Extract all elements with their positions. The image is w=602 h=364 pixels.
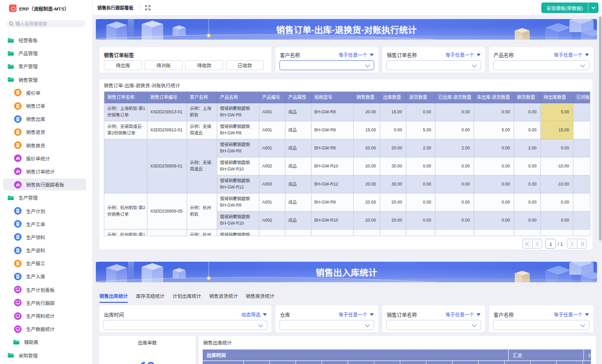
sidebar-item-销售订单[interactable]: 销售订单 xyxy=(0,99,92,112)
tag-button-已收款[interactable]: 已收款 xyxy=(226,60,264,70)
spec-cell: BH-GW-R10 xyxy=(311,157,353,175)
table-row[interactable]: 示例：杭州帆软-第2份销售订单XSDD230809-05示例：杭州帆软镀锡铜覆钢… xyxy=(104,193,590,211)
reconciled-cell xyxy=(573,175,590,193)
sidebar-item-生产工单[interactable]: 生产工单 xyxy=(0,218,92,231)
sidebar-item-生产用料统计[interactable]: 生产用料统计 xyxy=(0,309,92,322)
qty-cell: 0.00 xyxy=(514,175,540,193)
page-number-input[interactable]: 1 xyxy=(545,239,556,249)
tab-库存冻结统计[interactable]: 库存冻结统计 xyxy=(136,288,165,303)
document-icon xyxy=(14,233,22,241)
sidebar-item-生产计划看板[interactable]: 生产计划看板 xyxy=(0,283,92,296)
next-page-button[interactable] xyxy=(567,239,577,248)
search-placeholder: 输入名称来搜索 xyxy=(16,21,47,27)
filter-operator[interactable]: 等于任意一个 xyxy=(445,51,481,58)
sidebar-item-销售退货[interactable]: 销售退货 xyxy=(0,125,92,138)
caret-down-icon xyxy=(370,54,374,56)
filter-operator[interactable]: 等于任意一个 xyxy=(339,311,374,318)
tag-button-待收款[interactable]: 待收款 xyxy=(185,60,223,70)
filter-select[interactable] xyxy=(279,320,374,330)
sidebar-item-生产领料[interactable]: 生产领料 xyxy=(0,231,92,244)
sidebar-item-产品管理[interactable]: 产品管理 xyxy=(0,47,92,60)
tab-计划出库统计[interactable]: 计划出库统计 xyxy=(173,288,201,303)
section1-banner-title: 销售订单-出库-退换货-对账执行统计 xyxy=(96,19,597,40)
filter-select[interactable] xyxy=(279,60,374,70)
bottom-subheader-cell xyxy=(400,361,426,364)
table-row[interactable]: 示例：杭州帆软-第1份销售订单XSDD230809-04示例：杭州帆软镀锡铜覆钢… xyxy=(104,229,590,236)
tab-销售换货统计[interactable]: 销售换货统计 xyxy=(246,288,274,303)
sidebar-item-经营看板[interactable]: 经营看板 xyxy=(0,34,92,47)
qty-cell: 0.00 xyxy=(435,175,474,193)
last-page-button[interactable] xyxy=(577,239,586,248)
sidebar-item-生产数据统计[interactable]: 生产数据统计 xyxy=(0,322,92,335)
qty-cell: 0.00 xyxy=(514,211,540,229)
filter-operator[interactable]: 等于任意一个 xyxy=(339,51,374,58)
wait-outbound-cell: 15.00 xyxy=(540,121,573,139)
table-row[interactable]: 示例：上海帆软-第1份销售订单XSDD230913-01示例：上海帆软镀锡铜覆钢… xyxy=(104,103,590,121)
sidebar-item-生产计划[interactable]: 生产计划 xyxy=(0,204,92,217)
sidebar-item-销售管理[interactable]: 销售管理 xyxy=(0,73,92,86)
chevron-down-icon xyxy=(580,63,585,68)
first-page-button[interactable] xyxy=(523,239,532,248)
column-header: 销售数量 xyxy=(353,92,380,103)
attr-cell: 成品 xyxy=(285,211,311,229)
page-scrollbar[interactable] xyxy=(599,17,601,241)
filter-select[interactable] xyxy=(386,60,481,70)
filter-operator[interactable]: 等于任意一个 xyxy=(445,311,481,318)
prev-page-button[interactable] xyxy=(532,239,542,248)
install-template-dropdown[interactable] xyxy=(588,3,598,13)
spec-cell: BH-GW-R8 xyxy=(311,139,353,157)
sidebar-item-销售换货[interactable]: 销售换货 xyxy=(0,139,92,152)
product-cell: 镀锡铜覆钢圆钢 BH-GW-R10 xyxy=(217,211,259,229)
filter-operator[interactable]: 动态筛选 xyxy=(241,311,267,318)
filter-select[interactable] xyxy=(493,320,589,330)
sidebar-item-报价单统计[interactable]: 报价单统计 xyxy=(0,152,92,165)
document-icon xyxy=(14,128,22,136)
chevron-down-icon xyxy=(365,322,370,327)
expand-icon[interactable] xyxy=(145,5,150,11)
sidebar-item-生产执行跟踪[interactable]: 生产执行跟踪 xyxy=(0,296,92,309)
product-code-cell: A001 xyxy=(259,103,285,121)
wait-outbound-cell: 5.00 xyxy=(540,103,573,121)
qty-cell: 2.00 xyxy=(514,139,540,157)
qty-cell: 0.00 xyxy=(514,103,540,121)
filter-select[interactable] xyxy=(386,320,481,330)
qty-cell: 15.00 xyxy=(380,229,406,236)
filter-select[interactable] xyxy=(493,60,589,70)
column-header: 销售订单名称 xyxy=(104,92,147,103)
sidebar-item-销售执行跟踪看板[interactable]: 销售执行跟踪看板 xyxy=(0,178,92,191)
tab-销售退货统计[interactable]: 销售退货统计 xyxy=(209,288,238,303)
page-title: 销售执行跟踪看板 xyxy=(97,5,133,11)
sidebar-item-客户管理[interactable]: 客户管理 xyxy=(0,60,92,73)
sidebar-item-生产退料[interactable]: 生产退料 xyxy=(0,244,92,257)
order-code-cell: XSDD230809-05 xyxy=(147,193,187,229)
install-template-button[interactable]: 安装模板(带数据) xyxy=(541,3,588,13)
reconciled-cell xyxy=(573,211,590,229)
section1-table-scroll[interactable]: 销售订单名称销售订单编号客户名称产品名称产品编号产品属性规格型号销售数量出库数量… xyxy=(104,91,590,236)
folder-icon xyxy=(8,38,14,43)
sidebar-item-辅助表[interactable]: 辅助表 xyxy=(0,335,92,348)
product-code-cell: A002 xyxy=(259,157,285,175)
page-total: / 1 xyxy=(557,241,563,247)
sidebar-item-label: 生产管理 xyxy=(19,194,38,201)
filter-operator[interactable]: 等于任意一个 xyxy=(554,311,589,318)
sidebar-item-销售出库[interactable]: 销售出库 xyxy=(0,112,92,125)
sidebar-item-报价单[interactable]: 报价单 xyxy=(0,86,92,99)
table-row[interactable]: XSDD230809-01示例：无锡简道云镀锡铜覆钢圆钢 BH-GW-R8A00… xyxy=(104,139,590,157)
table-row[interactable]: 示例：无锡简道云-第2份销售订单XSDD230912-01示例：无锡简道云镀锡铜… xyxy=(104,121,590,139)
filter-select[interactable] xyxy=(103,320,267,330)
reconciled-cell xyxy=(573,229,590,236)
sidebar-item-采购管理[interactable]: 采购管理 xyxy=(0,349,92,362)
tag-button-待出库[interactable]: 待出库 xyxy=(104,60,142,70)
sidebar-item-生产报工[interactable]: 生产报工 xyxy=(0,257,92,270)
filter-operator[interactable]: 等于任意一个 xyxy=(554,51,589,58)
product-cell: 镀锡铜覆钢圆钢 BH-GW-R12 xyxy=(217,229,259,236)
sidebar-item-销售订单统计[interactable]: 销售订单统计 xyxy=(0,165,92,178)
sidebar-search-input[interactable]: 输入名称来搜索 xyxy=(6,20,85,28)
order-code-cell: XSDD230912-01 xyxy=(147,121,187,139)
sidebar-item-生产管理[interactable]: 生产管理 xyxy=(0,191,92,204)
sidebar-item-生产入库[interactable]: 生产入库 xyxy=(0,270,92,283)
tag-button-待对账[interactable]: 待对账 xyxy=(144,60,183,70)
folder-icon xyxy=(13,339,20,345)
tab-销售出库统计[interactable]: 销售出库统计 xyxy=(99,288,128,303)
bottom-subheader-cell xyxy=(374,361,400,364)
